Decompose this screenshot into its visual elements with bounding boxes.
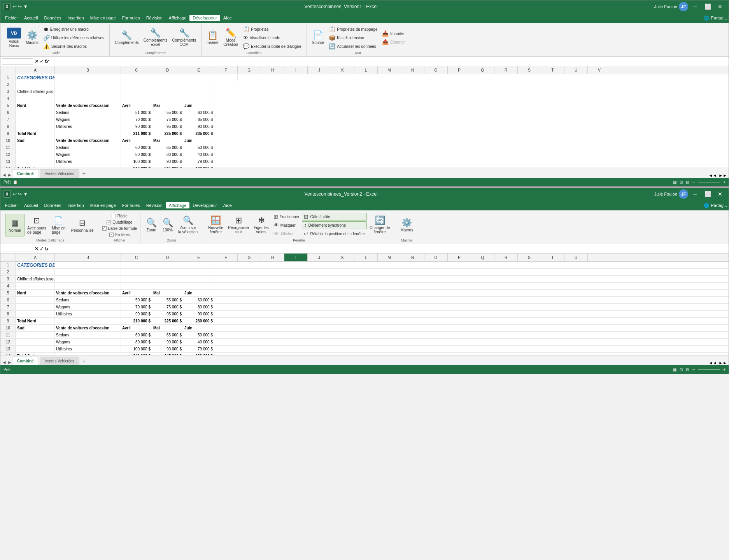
tab-ventes-2[interactable]: Ventes Vehicules bbox=[40, 357, 79, 365]
col-Q-1[interactable]: Q bbox=[471, 66, 494, 74]
menu-misepage-2[interactable]: Mise en page bbox=[87, 202, 119, 208]
cell-11D[interactable]: 65 000 $ bbox=[152, 144, 183, 151]
col-M-2[interactable]: M bbox=[378, 254, 401, 261]
col-Q-2[interactable]: Q bbox=[471, 254, 494, 261]
menu-developpeur-1[interactable]: Développeur bbox=[189, 15, 220, 21]
menu-misepage-1[interactable]: Mise en page bbox=[87, 15, 119, 21]
col-D-1[interactable]: D bbox=[152, 66, 183, 74]
col-A-2[interactable]: A bbox=[16, 254, 55, 261]
col-K-1[interactable]: K bbox=[331, 66, 354, 74]
cell-2E[interactable] bbox=[183, 81, 214, 88]
cell-3C[interactable] bbox=[121, 88, 152, 95]
menu-accueil-2[interactable]: Accueil bbox=[21, 202, 41, 208]
cell-5C[interactable]: Avril bbox=[121, 102, 152, 109]
tab-nav-left-2[interactable]: ◄ bbox=[2, 360, 7, 365]
col-P-1[interactable]: P bbox=[448, 66, 471, 74]
menu-developpeur-2[interactable]: Développeur bbox=[189, 202, 220, 208]
cell-9E[interactable]: 235 000 $ bbox=[183, 130, 214, 137]
col-J-2[interactable]: J bbox=[308, 254, 331, 261]
cb-quadrillage-box[interactable] bbox=[107, 220, 111, 224]
menu-accueil-1[interactable]: Accueil bbox=[21, 15, 41, 21]
formula-cancel-1[interactable]: ✕ bbox=[35, 58, 39, 64]
cell-9B[interactable] bbox=[55, 130, 121, 137]
references-relatives-btn[interactable]: 🔗 Utiliser les références relatives bbox=[41, 34, 106, 42]
cell-11C[interactable]: 60 000 $ bbox=[121, 144, 152, 151]
tab-combine-1[interactable]: Combiné bbox=[12, 169, 39, 178]
cell-2C[interactable] bbox=[121, 81, 152, 88]
col-T-1[interactable]: T bbox=[541, 66, 564, 74]
mode-creation-btn[interactable]: ✏️ ModeCréation bbox=[221, 26, 240, 49]
cell-13C[interactable]: 100 000 $ bbox=[121, 158, 152, 165]
cell-1E[interactable] bbox=[183, 74, 214, 81]
formula-input-1[interactable] bbox=[50, 59, 727, 64]
kits-extension-btn[interactable]: 📦 Kits d'extension bbox=[327, 34, 379, 42]
actualiser-btn[interactable]: 🔄 Actualiser les données bbox=[327, 42, 379, 50]
cell-1A[interactable]: CATEGORIES DE VEHICULES - Combiné bbox=[16, 74, 55, 81]
formula-cancel-2[interactable]: ✕ bbox=[35, 246, 39, 252]
view-sauts-btn[interactable]: ⊡ Avec sautsde page bbox=[25, 214, 48, 236]
col-F-2[interactable]: F bbox=[214, 254, 238, 261]
col-I-1[interactable]: I bbox=[284, 66, 308, 74]
view-normal-btn[interactable]: ▦ Normal bbox=[5, 214, 25, 236]
view-normal-1[interactable]: ▦ bbox=[673, 180, 676, 184]
tab-nav-left-1[interactable]: ◄ bbox=[2, 172, 7, 178]
tab-nav-right-1[interactable]: ► bbox=[7, 172, 12, 178]
col-E-1[interactable]: E bbox=[183, 66, 214, 74]
zoom-selection-btn[interactable]: 🔍 Zoom surla sélection bbox=[176, 214, 200, 237]
inserer-btn[interactable]: 📋 Insérer bbox=[205, 26, 221, 49]
zoom-100-btn[interactable]: 🔍 100% bbox=[160, 214, 175, 237]
cell-3B[interactable] bbox=[55, 88, 121, 95]
cell-13B[interactable]: Utilitaires bbox=[55, 158, 121, 165]
securite-macros-btn[interactable]: ⚠️ Sécurité des macros bbox=[41, 42, 106, 50]
visualiser-code-btn[interactable]: 👁 Visualiser le code bbox=[241, 34, 303, 42]
afficher-btn[interactable]: 👁 Afficher bbox=[272, 230, 301, 238]
cell-7B[interactable]: Wagons bbox=[55, 116, 121, 123]
cell-6A[interactable] bbox=[16, 109, 55, 116]
formula-confirm-2[interactable]: ✓ bbox=[40, 246, 44, 252]
visual-basic-btn[interactable]: VB VisualBasic bbox=[5, 26, 23, 49]
reorganiser-btn[interactable]: ⊞ Réorganisertout bbox=[226, 214, 251, 237]
zoom-plus-2[interactable]: + bbox=[723, 368, 725, 372]
zoom-minus-1[interactable]: ─ bbox=[692, 180, 695, 184]
importer-btn[interactable]: 📥 Importer bbox=[380, 30, 407, 37]
cell-5A[interactable]: Nord bbox=[16, 102, 55, 109]
cell-6B[interactable]: Sedans bbox=[55, 109, 121, 116]
cell-5E[interactable]: Juin bbox=[183, 102, 214, 109]
col-J-1[interactable]: J bbox=[308, 66, 331, 74]
source-btn[interactable]: 📄 Source bbox=[310, 26, 326, 49]
complements-btn[interactable]: 🔧 Compléments bbox=[113, 26, 141, 49]
col-N-2[interactable]: N bbox=[401, 254, 424, 261]
restore-btn-1[interactable]: ⬜ bbox=[702, 3, 713, 10]
cell-4A[interactable] bbox=[16, 95, 55, 102]
menu-fichier-1[interactable]: Fichier bbox=[2, 15, 21, 21]
menu-revision-2[interactable]: Révision bbox=[143, 202, 166, 208]
zoom-btn[interactable]: 🔍 Zoom bbox=[144, 214, 159, 237]
cell-12B[interactable]: Wagons bbox=[55, 151, 121, 158]
cb-regle-box[interactable] bbox=[112, 214, 116, 218]
zoom-minus-2[interactable]: ─ bbox=[692, 368, 695, 372]
formula-confirm-1[interactable]: ✓ bbox=[40, 58, 44, 64]
defilement-sync-btn[interactable]: ↕ Défilement synchrone bbox=[302, 221, 367, 229]
cell-w2-1A[interactable]: CATEGORIES DE VEHICULES - Combiné bbox=[16, 262, 55, 268]
fractionner-btn[interactable]: ⊞ Fractionner bbox=[272, 213, 301, 220]
col-T-2[interactable]: T bbox=[541, 254, 564, 261]
retablir-btn[interactable]: ↩ Rétablir la position de la fenêtre bbox=[302, 230, 367, 238]
cell-5B[interactable]: Vente de voitures d'occasion bbox=[55, 102, 121, 109]
cell-12A[interactable] bbox=[16, 151, 55, 158]
masquer-btn[interactable]: 👁 Masquer bbox=[272, 221, 301, 229]
col-B-2[interactable]: B bbox=[55, 254, 121, 261]
cell-10E[interactable]: Juin bbox=[183, 137, 214, 144]
executer-boite-btn[interactable]: 💬 Exécuter la boîte de dialogue bbox=[241, 42, 303, 50]
tab-add-1[interactable]: + bbox=[80, 170, 88, 178]
cell-10B[interactable]: Vente de voitures d'occasion bbox=[55, 137, 121, 144]
menu-donnees-2[interactable]: Données bbox=[41, 202, 64, 208]
enregistrer-macro-btn[interactable]: ⏺ Enregistrer une macro bbox=[41, 25, 106, 33]
cell-6D[interactable]: 55 000 $ bbox=[152, 109, 183, 116]
formula-fn-2[interactable]: fx bbox=[45, 246, 49, 252]
view-custom-1[interactable]: ⊟ bbox=[686, 180, 689, 184]
macros-btn-1[interactable]: ⚙️ Macros bbox=[24, 26, 40, 49]
cell-4E[interactable] bbox=[183, 95, 214, 102]
menu-donnees-1[interactable]: Données bbox=[41, 15, 64, 21]
cell-8D[interactable]: 95 000 $ bbox=[152, 123, 183, 130]
cell-7C[interactable]: 70 000 $ bbox=[121, 116, 152, 123]
